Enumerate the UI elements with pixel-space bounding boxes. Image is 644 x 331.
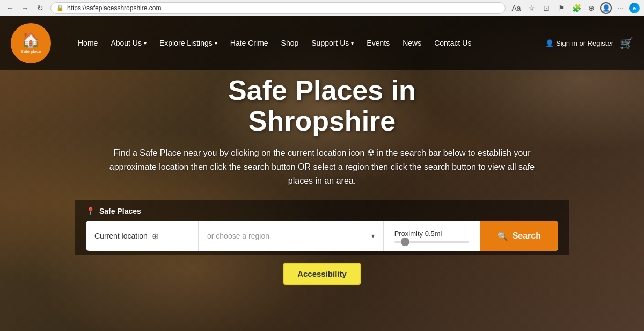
- search-area: 📍 Safe Places Current location ⊕ or choo…: [75, 200, 569, 255]
- proximity-label: Proximity 0.5mi: [394, 229, 442, 238]
- search-button-icon: 🔍: [497, 231, 508, 241]
- reader-view-button[interactable]: Aa: [510, 2, 523, 15]
- region-dropdown-arrow: ▾: [371, 232, 375, 240]
- current-location-label: Current location: [94, 232, 148, 240]
- menu-button[interactable]: ···: [614, 2, 627, 15]
- logo-house-icon: 🏠: [21, 33, 40, 48]
- nav-support-us[interactable]: Support Us ▾: [306, 35, 359, 51]
- hero-subtitle: Find a Safe Place near you by clicking o…: [102, 146, 542, 188]
- about-dropdown-arrow: ▾: [144, 40, 147, 46]
- location-crosshair-icon[interactable]: ⊕: [152, 231, 159, 241]
- current-location-field[interactable]: Current location ⊕: [86, 221, 199, 251]
- sign-in-link[interactable]: 👤 Sign in or Register: [545, 39, 613, 47]
- navbar: 🏠 Safe place Home About Us ▾ Explore Lis…: [0, 16, 644, 70]
- nav-contact-us[interactable]: Contact Us: [429, 35, 477, 51]
- search-label: 📍 Safe Places: [86, 207, 558, 215]
- hero-section: 🏠 Safe place Home About Us ▾ Explore Lis…: [0, 16, 644, 331]
- proximity-slider[interactable]: [394, 241, 469, 243]
- nav-shop[interactable]: Shop: [276, 35, 304, 51]
- favorites-button[interactable]: ⚑: [555, 2, 568, 15]
- nav-news[interactable]: News: [397, 35, 427, 51]
- search-box: Current location ⊕ or choose a region ▾ …: [86, 221, 558, 251]
- forward-button[interactable]: →: [19, 2, 31, 14]
- browser-actions: Aa ☆ ⊡ ⚑ 🧩 ⊕ 👤 ··· e: [510, 2, 640, 15]
- share-button[interactable]: ⊕: [585, 2, 598, 15]
- nav-links: Home About Us ▾ Explore Listings ▾ Hate …: [72, 35, 545, 51]
- nav-events[interactable]: Events: [361, 35, 395, 51]
- extensions-button[interactable]: 🧩: [570, 2, 583, 15]
- safe-place-icon: 📍: [86, 207, 95, 215]
- region-placeholder: or choose a region: [207, 232, 269, 240]
- support-dropdown-arrow: ▾: [351, 40, 354, 46]
- hero-title: Safe Places inShropshire: [228, 75, 416, 136]
- bookmark-button[interactable]: ☆: [525, 2, 538, 15]
- browser-controls: ← → ↻: [4, 2, 46, 14]
- nav-right: 👤 Sign in or Register 🛒: [545, 37, 633, 49]
- url-text: https://safeplacesshropshire.com: [67, 4, 161, 12]
- proximity-control: Proximity 0.5mi: [384, 221, 480, 251]
- nav-home[interactable]: Home: [72, 35, 103, 51]
- user-icon: 👤: [545, 39, 554, 47]
- cart-button[interactable]: 🛒: [620, 37, 633, 49]
- browser-chrome: ← → ↻ 🔒 https://safeplacesshropshire.com…: [0, 0, 644, 16]
- region-select[interactable]: or choose a region ▾: [199, 221, 384, 251]
- back-button[interactable]: ←: [4, 2, 16, 14]
- accessibility-button[interactable]: Accessibility: [283, 263, 361, 285]
- nav-about[interactable]: About Us ▾: [105, 35, 152, 51]
- explore-dropdown-arrow: ▾: [215, 40, 217, 46]
- edge-browser-icon: e: [629, 3, 640, 13]
- website: 🏠 Safe place Home About Us ▾ Explore Lis…: [0, 16, 644, 331]
- address-bar[interactable]: 🔒 https://safeplacesshropshire.com: [50, 2, 506, 14]
- nav-explore-listings[interactable]: Explore Listings ▾: [154, 35, 223, 51]
- search-button[interactable]: 🔍 Search: [480, 221, 558, 251]
- lock-icon: 🔒: [56, 4, 64, 11]
- refresh-button[interactable]: ↻: [34, 2, 46, 14]
- logo-label: Safe place: [21, 49, 41, 54]
- nav-hate-crime[interactable]: Hate Crime: [225, 35, 274, 51]
- site-logo[interactable]: 🏠 Safe place: [11, 23, 51, 63]
- profile-icon[interactable]: 👤: [600, 2, 612, 14]
- split-view-button[interactable]: ⊡: [540, 2, 553, 15]
